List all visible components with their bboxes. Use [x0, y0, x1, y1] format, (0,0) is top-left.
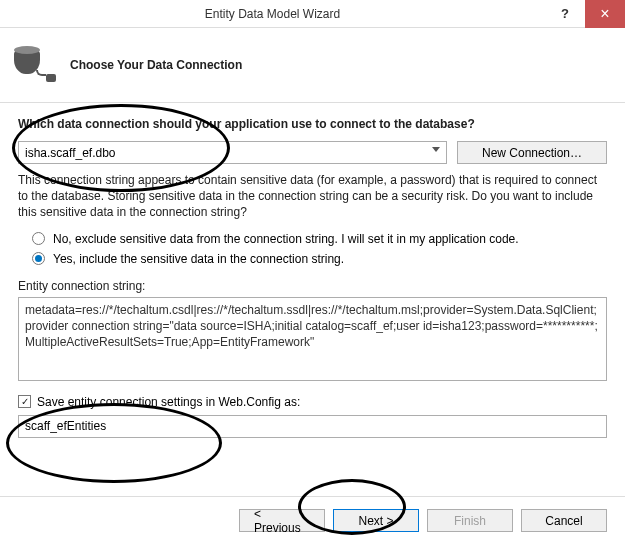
save-settings-row[interactable]: ✓ Save entity connection settings in Web… — [18, 395, 607, 409]
titlebar: Entity Data Model Wizard ? × — [0, 0, 625, 28]
conn-string-textbox[interactable]: metadata=res://*/techaltum.csdl|res://*/… — [18, 297, 607, 381]
chevron-down-icon — [432, 147, 440, 152]
radio-exclude[interactable] — [32, 232, 45, 245]
cancel-button[interactable]: Cancel — [521, 509, 607, 532]
radio-include-label: Yes, include the sensitive data in the c… — [53, 252, 344, 266]
wizard-footer: < Previous Next > Finish Cancel — [0, 496, 625, 544]
radio-exclude-label: No, exclude sensitive data from the conn… — [53, 232, 519, 246]
save-settings-checkbox[interactable]: ✓ — [18, 395, 31, 408]
new-connection-button[interactable]: New Connection… — [457, 141, 607, 164]
save-settings-label: Save entity connection settings in Web.C… — [37, 395, 300, 409]
previous-button[interactable]: < Previous — [239, 509, 325, 532]
wizard-content: Which data connection should your applic… — [0, 103, 625, 446]
finish-button: Finish — [427, 509, 513, 532]
save-settings-value: scaff_efEntities — [25, 419, 106, 433]
connection-row: isha.scaff_ef.dbo New Connection… — [18, 141, 607, 164]
radio-exclude-row[interactable]: No, exclude sensitive data from the conn… — [18, 229, 607, 249]
radio-include[interactable] — [32, 252, 45, 265]
sensitive-data-info: This connection string appears to contai… — [18, 172, 607, 221]
step-heading: Choose Your Data Connection — [70, 58, 242, 72]
connection-dropdown-value: isha.scaff_ef.dbo — [25, 146, 116, 160]
next-button[interactable]: Next > — [333, 509, 419, 532]
connection-question: Which data connection should your applic… — [18, 117, 607, 131]
conn-string-label: Entity connection string: — [18, 279, 607, 293]
sensitive-radio-group: No, exclude sensitive data from the conn… — [18, 229, 607, 269]
database-plug-icon — [14, 46, 52, 84]
save-settings-input[interactable]: scaff_efEntities — [18, 415, 607, 438]
wizard-header: Choose Your Data Connection — [0, 28, 625, 103]
window-title: Entity Data Model Wizard — [0, 7, 545, 21]
help-button[interactable]: ? — [545, 0, 585, 28]
radio-include-row[interactable]: Yes, include the sensitive data in the c… — [18, 249, 607, 269]
close-button[interactable]: × — [585, 0, 625, 28]
connection-dropdown[interactable]: isha.scaff_ef.dbo — [18, 141, 447, 164]
